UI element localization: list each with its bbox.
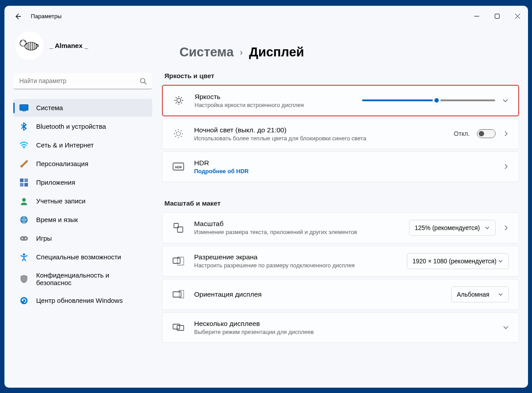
scale-icon bbox=[172, 222, 185, 233]
nightlight-title: Ночной свет (выкл. до 21:00) bbox=[194, 126, 444, 134]
scale-card[interactable]: Масштаб Изменение размера текста, прилож… bbox=[162, 212, 519, 243]
nav-label: Игры bbox=[36, 234, 52, 242]
scale-title: Масштаб bbox=[194, 220, 399, 228]
hdr-icon: HDR bbox=[172, 163, 185, 171]
expand-button[interactable] bbox=[503, 324, 509, 330]
nav-item-network[interactable]: Сеть & и Интернет bbox=[13, 136, 152, 154]
nav-item-windows-update[interactable]: Центр обновления Windows bbox=[13, 292, 152, 310]
nav-label: Bluetooth и устройства bbox=[36, 123, 106, 130]
nav-item-privacy[interactable]: Конфиденциальность и безопаснос bbox=[13, 267, 152, 291]
nav-item-bluetooth[interactable]: Bluetooth и устройства bbox=[13, 118, 152, 135]
scale-dropdown[interactable]: 125% (рекомендуется) bbox=[409, 220, 496, 236]
orientation-dropdown[interactable]: Альбомная bbox=[451, 286, 509, 302]
brightness-title: Яркость bbox=[195, 93, 352, 101]
breadcrumb: Система › Дисплей bbox=[162, 45, 519, 60]
main-content: Система › Дисплей Яркость и цвет Яркость… bbox=[158, 27, 528, 388]
svg-rect-10 bbox=[24, 183, 28, 187]
chevron-right-icon: › bbox=[240, 47, 243, 57]
breadcrumb-parent[interactable]: Система bbox=[180, 45, 234, 60]
chevron-right-icon[interactable] bbox=[503, 225, 509, 231]
resolution-dropdown[interactable]: 1920 × 1080 (рекомендуется) bbox=[407, 253, 509, 269]
nightlight-toggle[interactable] bbox=[477, 129, 496, 138]
nav-item-time-language[interactable]: Время и язык bbox=[13, 211, 152, 229]
nav-label: Сеть & и Интернет bbox=[36, 141, 94, 149]
svg-point-2 bbox=[25, 42, 37, 50]
shield-icon bbox=[20, 274, 28, 283]
svg-rect-7 bbox=[20, 179, 24, 182]
expand-button[interactable] bbox=[502, 97, 508, 103]
brightness-slider[interactable] bbox=[362, 99, 495, 101]
nightlight-subtitle: Использовать более теплые цвета для блок… bbox=[194, 135, 444, 142]
wifi-icon bbox=[20, 141, 28, 150]
nav-item-accounts[interactable]: Учетные записи bbox=[13, 192, 152, 210]
apps-icon bbox=[20, 178, 28, 187]
nav-label: Система bbox=[36, 104, 63, 111]
resolution-title: Разрешение экрана bbox=[194, 253, 397, 261]
nightlight-toggle-label: Откл. bbox=[454, 130, 470, 137]
resolution-subtitle: Настроить разрешение по размеру подключе… bbox=[194, 262, 397, 269]
search-icon bbox=[140, 78, 147, 85]
nav-item-accessibility[interactable]: Специальные возможности bbox=[13, 248, 152, 266]
chevron-right-icon[interactable] bbox=[503, 131, 509, 137]
multiple-displays-subtitle: Выберите режим презентации для дисплеев bbox=[194, 329, 493, 335]
orientation-card[interactable]: Ориентация дисплея Альбомная bbox=[162, 279, 519, 310]
chevron-right-icon[interactable] bbox=[503, 163, 509, 170]
brightness-card[interactable]: Яркость Настройка яркости встроенного ди… bbox=[162, 85, 519, 116]
globe-icon bbox=[20, 215, 28, 224]
svg-point-16 bbox=[23, 253, 25, 255]
maximize-button[interactable] bbox=[487, 8, 508, 25]
gamepad-icon bbox=[20, 234, 28, 243]
chevron-down-icon bbox=[498, 292, 503, 297]
search-box bbox=[13, 73, 152, 89]
chevron-down-icon bbox=[485, 225, 490, 230]
hdr-title: HDR bbox=[194, 159, 493, 167]
search-input[interactable] bbox=[13, 73, 152, 89]
window-title: Параметры bbox=[31, 13, 62, 20]
orientation-icon bbox=[172, 290, 185, 299]
nav-item-personalization[interactable]: Персонализация bbox=[13, 155, 152, 173]
nav-label: Приложения bbox=[36, 179, 75, 186]
svg-text:HDR: HDR bbox=[175, 166, 181, 169]
profile-block[interactable]: _ Almanex _ bbox=[13, 32, 152, 60]
svg-point-18 bbox=[177, 99, 181, 103]
nav-label: Учетные записи bbox=[36, 197, 86, 205]
svg-rect-5 bbox=[22, 111, 26, 111]
display-icon bbox=[20, 103, 28, 112]
resolution-icon bbox=[172, 257, 185, 266]
section-brightness-color: Яркость и цвет bbox=[165, 72, 519, 79]
svg-point-19 bbox=[176, 132, 180, 136]
settings-window: Параметры _ Almanex _ Система Bluetooth … bbox=[4, 6, 528, 388]
accessibility-icon bbox=[20, 253, 28, 262]
svg-point-14 bbox=[21, 238, 23, 239]
resolution-card[interactable]: Разрешение экрана Настроить разрешение п… bbox=[162, 246, 519, 277]
sidebar: _ Almanex _ Система Bluetooth и устройст… bbox=[4, 27, 158, 388]
svg-point-15 bbox=[25, 238, 26, 239]
minimize-button[interactable] bbox=[467, 8, 487, 25]
back-button[interactable] bbox=[13, 12, 22, 21]
close-button[interactable] bbox=[508, 8, 528, 25]
brush-icon bbox=[20, 159, 28, 168]
multiple-displays-title: Несколько дисплеев bbox=[194, 320, 493, 328]
nav-item-system[interactable]: Система bbox=[13, 99, 152, 117]
nav-label: Время и язык bbox=[36, 216, 78, 223]
username: _ Almanex _ bbox=[50, 42, 88, 49]
nav-item-gaming[interactable]: Игры bbox=[13, 230, 152, 247]
nav-label: Персонализация bbox=[36, 160, 89, 167]
svg-rect-8 bbox=[24, 179, 28, 182]
hdr-card[interactable]: HDR HDR Подробнее об HDR bbox=[162, 151, 519, 182]
nightlight-card[interactable]: Ночной свет (выкл. до 21:00) Использоват… bbox=[162, 119, 519, 149]
nav-item-apps[interactable]: Приложения bbox=[13, 174, 152, 191]
nav-label: Конфиденциальность и безопаснос bbox=[36, 271, 146, 286]
avatar bbox=[15, 32, 43, 60]
sun-icon bbox=[173, 95, 185, 106]
breadcrumb-current: Дисплей bbox=[249, 45, 304, 60]
section-scale-layout: Масштаб и макет bbox=[165, 199, 519, 207]
bluetooth-icon bbox=[20, 122, 28, 131]
hdr-link[interactable]: Подробнее об HDR bbox=[194, 168, 493, 175]
multiple-displays-card[interactable]: Несколько дисплеев Выберите режим презен… bbox=[162, 312, 519, 343]
svg-point-3 bbox=[140, 78, 145, 83]
brightness-subtitle: Настройка яркости встроенного дисплея bbox=[195, 102, 352, 108]
svg-rect-26 bbox=[173, 292, 181, 297]
svg-rect-9 bbox=[20, 183, 24, 187]
svg-rect-13 bbox=[20, 236, 28, 241]
